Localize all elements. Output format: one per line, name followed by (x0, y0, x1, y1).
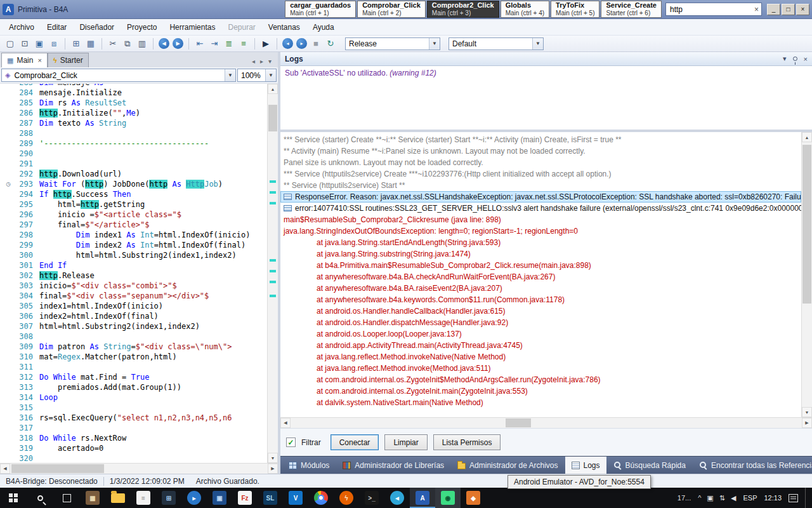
menu-item-herramientas[interactable]: Herramientas (163, 20, 221, 34)
connect-button[interactable]: Conectar (331, 434, 379, 450)
quick-tab-Comprobar_Click[interactable]: Comprobar_ClickMain (ctrl + 2) (357, 1, 426, 18)
designer-icon[interactable]: ⊞ (70, 37, 82, 50)
language-indicator[interactable]: ESP (743, 494, 757, 502)
quick-tab-Service_Create[interactable]: Service_CreateStarter (ctrl + 6) (601, 1, 662, 18)
taskbar-app-orange[interactable]: ◆ (461, 488, 486, 508)
modules-icon[interactable]: ▦ (84, 37, 97, 50)
scroll-down-icon[interactable] (802, 407, 812, 417)
code-line[interactable]: 313 premiados.Add(mat.Group(1)) (0, 382, 267, 392)
close-panel-icon[interactable]: × (804, 55, 808, 63)
pin-icon[interactable] (793, 57, 797, 61)
action-center-icon[interactable] (789, 494, 798, 502)
log-entry[interactable]: at android.os.Handler.dispatchMessage(Ha… (280, 317, 801, 328)
search-input[interactable] (669, 4, 752, 15)
code-line[interactable]: 305index1=html.IndexOf(inicio) (0, 301, 267, 311)
network-icon[interactable]: ⇅ (719, 494, 725, 502)
redo-icon[interactable]: ▶ (173, 38, 183, 49)
code-line[interactable]: 284mensaje.Initialize (0, 88, 267, 98)
log-entry[interactable]: at java.lang.String.startEndAndLength(St… (280, 237, 801, 248)
logs-hscroll-track[interactable] (291, 418, 802, 428)
log-entry[interactable]: error:14077410:SSL routines:SSL23_GET_SE… (280, 203, 801, 214)
logs-horizontal-scrollbar[interactable] (280, 417, 812, 428)
save-icon[interactable]: ▣ (33, 37, 46, 50)
warnings-area[interactable]: Sub 'ActivateSSL' no utilizado. (warning… (280, 66, 812, 130)
code-line[interactable]: 287Dim texto As String (0, 118, 267, 128)
clear-search-icon[interactable]: × (754, 5, 759, 14)
menu-item-proyecto[interactable]: Proyecto (121, 20, 163, 34)
code-line[interactable]: ◷293Wait For (http) JobDone(http As Http… (0, 179, 267, 189)
scroll-left-icon[interactable] (280, 418, 291, 428)
filter-checkbox[interactable] (286, 438, 296, 447)
code-line[interactable]: 298 Dim index1 As Int=html.IndexOf(inici… (0, 230, 267, 240)
clear-button[interactable]: Limpiar (384, 434, 427, 450)
log-list[interactable]: *** Service (starter) Create **~i:** Ser… (280, 132, 801, 417)
taskbar-media-app[interactable]: ▸ (181, 488, 207, 508)
code-line[interactable]: 292http.Download(url) (0, 169, 267, 179)
new-project-icon[interactable]: ▢ (4, 37, 16, 50)
task-view-button[interactable] (53, 488, 80, 508)
code-line[interactable]: 318Do While rs.NextRow (0, 433, 267, 443)
hidden-icons-chevron[interactable]: ^ (698, 494, 701, 502)
taskbar-b4a[interactable]: A (410, 488, 435, 508)
menu-item-depurar[interactable]: Depurar (221, 20, 261, 34)
log-entry[interactable]: at java.lang.reflect.Method.invoke(Metho… (280, 363, 801, 374)
scroll-right-icon[interactable] (268, 464, 278, 474)
taskbar-notepad[interactable]: ≡ (131, 488, 156, 508)
editor-vertical-scrollbar[interactable] (267, 84, 278, 463)
code-line[interactable]: 307html=html.Substring2(index1,index2) (0, 321, 267, 331)
taskbar-telegram[interactable]: ◄ (384, 488, 410, 508)
profile-select[interactable]: Default ▼ (449, 37, 544, 50)
zoom-combo[interactable]: 100% ▼ (237, 69, 277, 82)
start-button[interactable] (0, 488, 27, 508)
build-configuration-select[interactable]: Release ▼ (345, 37, 440, 50)
quick-tab-cargar_guardados[interactable]: cargar_guardadosMain (ctrl + 1) (285, 1, 356, 18)
code-line[interactable]: 304final=$"<div class="sepanum"></div>"$ (0, 291, 267, 301)
scroll-up-icon[interactable] (268, 84, 278, 94)
taskbar-vscode[interactable]: V (283, 488, 308, 508)
code-line[interactable]: 303inicio=$"<div class="combi">"$ (0, 281, 267, 291)
code-line[interactable]: 300 html=html.Substring2(index1,index2) (0, 250, 267, 260)
panel-tab-administrador-de-archivos[interactable]: Administrador de Archivos (451, 457, 564, 474)
taskbar-chrome[interactable] (308, 488, 334, 508)
taskbar-app-dark[interactable]: ⊞ (156, 488, 181, 508)
code-line[interactable]: 315 (0, 403, 267, 413)
logs-vertical-scrollbar[interactable] (801, 132, 812, 417)
code-line[interactable]: 310mat=Regex.Matcher(patron,html) (0, 352, 267, 362)
taskbar-search-button[interactable] (27, 488, 53, 508)
menu-item-diseñador[interactable]: Diseñador (73, 20, 121, 34)
outdent-icon[interactable]: ⇤ (193, 37, 206, 50)
close-tab-icon[interactable]: × (37, 57, 41, 64)
comment-icon[interactable]: ≣ (223, 37, 235, 50)
editor-vscroll-track[interactable] (268, 94, 278, 453)
taskbar-file-explorer[interactable] (105, 488, 131, 508)
panel-tab-encontrar-todas-las-referencias-f7-[interactable]: Encontrar todas las Referencias (F7) (693, 457, 812, 474)
scroll-left-icon[interactable] (0, 464, 10, 474)
scroll-up-icon[interactable] (802, 132, 812, 142)
open-project-icon[interactable]: ⊡ (18, 37, 31, 50)
log-entry[interactable]: at android.os.Handler.handleCallback(Han… (280, 305, 801, 317)
editor-horizontal-scrollbar[interactable] (0, 463, 278, 474)
tab-nav-icon[interactable]: ◂ (252, 58, 255, 65)
undo-icon[interactable]: ◀ (159, 38, 169, 49)
menu-item-archivo[interactable]: Archivo (3, 20, 41, 34)
tab-nav-icon[interactable]: ▸ (260, 58, 263, 65)
quick-tab-Comprobar2_Click[interactable]: Comprobar2_ClickMain (ctrl + 3) (427, 1, 499, 18)
log-entry[interactable]: at java.lang.String.substring(String.jav… (280, 248, 801, 260)
rebuild-icon[interactable]: ↻ (324, 37, 337, 50)
nav-back-icon[interactable]: ◂ (282, 38, 293, 49)
log-entry[interactable]: main$ResumableSub_Comprobar2_Clickresume… (280, 214, 801, 225)
code-line[interactable]: 295 html=http.getString (0, 199, 267, 210)
taskbar-android-emulator[interactable]: ◉ (435, 488, 461, 508)
log-entry[interactable]: at dalvik.system.NativeStart.main(Native… (280, 397, 801, 408)
log-entry[interactable]: at java.lang.reflect.Method.invokeNative… (280, 351, 801, 363)
logs-vscroll-track[interactable] (802, 142, 812, 407)
log-entry[interactable]: at android.app.ActivityThread.main(Activ… (280, 340, 801, 351)
code-line[interactable]: 285Dim rs As ResultSet (0, 98, 267, 108)
scroll-thumb[interactable] (268, 105, 277, 131)
editor-hscroll-track[interactable] (10, 464, 268, 474)
code-line[interactable]: 309Dim patron As String=$"<div class=\"n… (0, 342, 267, 352)
permissions-list-button[interactable]: Lista Permisos (433, 434, 501, 450)
code-line[interactable]: 296 inicio =$"<article class="$ (0, 210, 267, 220)
scroll-down-icon[interactable] (268, 453, 278, 463)
panel-tab-b-squeda-r-pida[interactable]: Búsqueda Rápida (607, 457, 692, 474)
